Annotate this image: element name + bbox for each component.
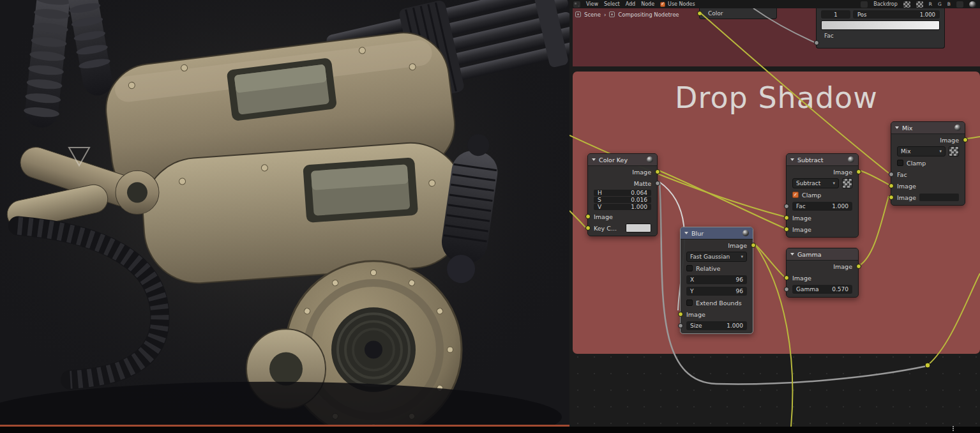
backdrop-checker-icon[interactable] bbox=[903, 1, 910, 8]
image-output-socket[interactable] bbox=[856, 169, 861, 174]
node-title: Gamma bbox=[797, 251, 822, 258]
key-color-input-socket[interactable] bbox=[585, 225, 591, 231]
image-input-socket[interactable] bbox=[784, 215, 789, 220]
fac-input-socket[interactable] bbox=[889, 172, 894, 177]
ramp-pos-label: Pos bbox=[857, 11, 866, 18]
image-output-socket[interactable] bbox=[856, 264, 861, 269]
image-input-socket[interactable] bbox=[889, 195, 894, 200]
field-value: 1.000 bbox=[832, 203, 848, 209]
preview-sphere-icon[interactable] bbox=[743, 230, 749, 236]
clamp-checkbox[interactable] bbox=[897, 160, 903, 166]
filter-type-dropdown[interactable]: Fast Gaussian bbox=[686, 252, 747, 262]
use-nodes-toggle[interactable]: Use Nodes bbox=[660, 1, 695, 7]
collapse-chevron-icon[interactable] bbox=[790, 158, 794, 161]
menu-view[interactable]: View bbox=[586, 1, 598, 7]
menu-select[interactable]: Select bbox=[604, 1, 620, 7]
field-value: 0.570 bbox=[832, 286, 848, 292]
overlap-icon[interactable] bbox=[861, 1, 868, 8]
image-input-socket[interactable] bbox=[889, 183, 894, 188]
collapse-chevron-icon[interactable] bbox=[790, 253, 794, 255]
collapse-chevron-icon[interactable] bbox=[684, 232, 688, 234]
node-header[interactable]: Subtract bbox=[787, 154, 858, 166]
preview-sphere-icon[interactable] bbox=[954, 125, 961, 131]
backdrop-checker-icon-2[interactable] bbox=[916, 1, 923, 8]
scene-icon bbox=[575, 11, 581, 17]
snapping-icon[interactable] bbox=[956, 1, 963, 8]
fac-field[interactable]: Fac 1.000 bbox=[792, 202, 852, 211]
channel-g-button[interactable]: G bbox=[938, 1, 942, 7]
image-output-socket[interactable] bbox=[751, 243, 756, 248]
image-output-socket[interactable] bbox=[963, 137, 968, 142]
blur-y-field[interactable]: Y 96 bbox=[686, 287, 747, 296]
alpha-checker-icon[interactable] bbox=[949, 146, 959, 156]
collapse-chevron-icon[interactable] bbox=[592, 158, 596, 161]
use-nodes-checkbox[interactable] bbox=[660, 2, 665, 7]
checkbox-label: Extend Bounds bbox=[696, 300, 742, 307]
blend-mode-dropdown[interactable]: Subtract bbox=[792, 178, 839, 188]
gamma-field[interactable]: Gamma 0.570 bbox=[792, 285, 852, 294]
size-input-socket[interactable] bbox=[678, 323, 683, 328]
channel-b-button[interactable]: B bbox=[947, 1, 951, 7]
blend-mode-dropdown[interactable]: Mix bbox=[897, 146, 946, 156]
checkbox-label: Clamp bbox=[802, 192, 821, 199]
scene-name[interactable]: Scene bbox=[584, 11, 601, 18]
input-label: Image bbox=[792, 275, 811, 282]
preview-sphere-icon[interactable] bbox=[647, 156, 653, 163]
input-label: Image bbox=[792, 226, 811, 233]
color-ramp-band[interactable] bbox=[821, 20, 940, 30]
node-header[interactable]: Gamma bbox=[787, 248, 858, 261]
output-label: Image bbox=[632, 169, 651, 176]
input-label: Key C... bbox=[594, 225, 617, 232]
matte-output-socket[interactable] bbox=[655, 181, 660, 186]
key-color-swatch[interactable] bbox=[626, 224, 651, 232]
image-input-socket[interactable] bbox=[585, 214, 591, 219]
value-field[interactable]: V 1.000 bbox=[594, 204, 651, 210]
field-value: 1.000 bbox=[727, 323, 743, 329]
material-preview-icon[interactable] bbox=[969, 1, 976, 8]
drag-handle-icon[interactable] bbox=[953, 428, 954, 429]
ramp-index-field[interactable]: 1 bbox=[821, 10, 850, 19]
channel-r-button[interactable]: R bbox=[929, 1, 932, 7]
node-header[interactable]: Color Key bbox=[588, 154, 657, 166]
image-input-socket[interactable] bbox=[784, 275, 789, 280]
collapse-chevron-icon[interactable] bbox=[895, 126, 899, 129]
image-output-socket[interactable] bbox=[655, 169, 660, 174]
ramp-pos-field[interactable]: Pos 1.000 bbox=[853, 10, 940, 19]
alpha-checker-icon[interactable] bbox=[842, 178, 852, 188]
dropdown-value: Mix bbox=[901, 148, 911, 155]
clamp-checkbox[interactable] bbox=[792, 192, 799, 198]
backdrop-label[interactable]: Backdrop bbox=[873, 1, 898, 7]
gamma-input-socket[interactable] bbox=[784, 287, 789, 292]
menu-add[interactable]: Add bbox=[626, 1, 636, 7]
bottom-bar bbox=[0, 427, 980, 433]
node-header[interactable]: Mix bbox=[891, 122, 965, 134]
fac-input-socket[interactable] bbox=[784, 204, 789, 209]
extend-bounds-checkbox[interactable] bbox=[686, 300, 693, 306]
partial-node-colorramp[interactable]: 1 Pos 1.000 Fac bbox=[816, 8, 945, 49]
partial-node-color[interactable]: Color bbox=[699, 8, 777, 19]
menu-node[interactable]: Node bbox=[641, 1, 654, 7]
node-blur[interactable]: Blur Image Fast Gaussian Relative X 96 bbox=[680, 227, 753, 334]
node-subtract[interactable]: Subtract Image Subtract Clamp Fac bbox=[786, 153, 859, 238]
node-header[interactable]: Blur bbox=[681, 227, 753, 239]
hue-field[interactable]: H 0.064 bbox=[594, 190, 651, 196]
image-input-socket[interactable] bbox=[784, 227, 789, 232]
saturation-field[interactable]: S 0.016 bbox=[594, 197, 651, 203]
ramp-fac-socket[interactable] bbox=[814, 40, 819, 45]
blur-x-field[interactable]: X 96 bbox=[686, 275, 747, 284]
image-input-socket[interactable] bbox=[678, 312, 683, 317]
node-color-key[interactable]: Color Key Image Matte H 0.064 S 0.016 bbox=[587, 153, 658, 236]
size-field[interactable]: Size 1.000 bbox=[686, 321, 747, 330]
editor-type-icon[interactable] bbox=[573, 1, 580, 8]
color-input-socket[interactable] bbox=[697, 11, 702, 16]
field-label: Y bbox=[690, 288, 694, 294]
node-title: Mix bbox=[902, 125, 912, 132]
node-mix[interactable]: Mix Image Mix Clamp Fac bbox=[891, 121, 965, 206]
preview-sphere-icon[interactable] bbox=[848, 156, 854, 163]
compositor-editor[interactable]: Drop Shadow Color 1 Pos 1.000 Fac bbox=[569, 0, 980, 427]
image-value-box[interactable] bbox=[919, 194, 959, 201]
relative-checkbox[interactable] bbox=[686, 265, 693, 271]
field-label: Gamma bbox=[796, 286, 819, 292]
node-gamma[interactable]: Gamma Image Image Gamma 0.570 bbox=[786, 248, 859, 298]
checkbox-label: Relative bbox=[696, 265, 720, 272]
